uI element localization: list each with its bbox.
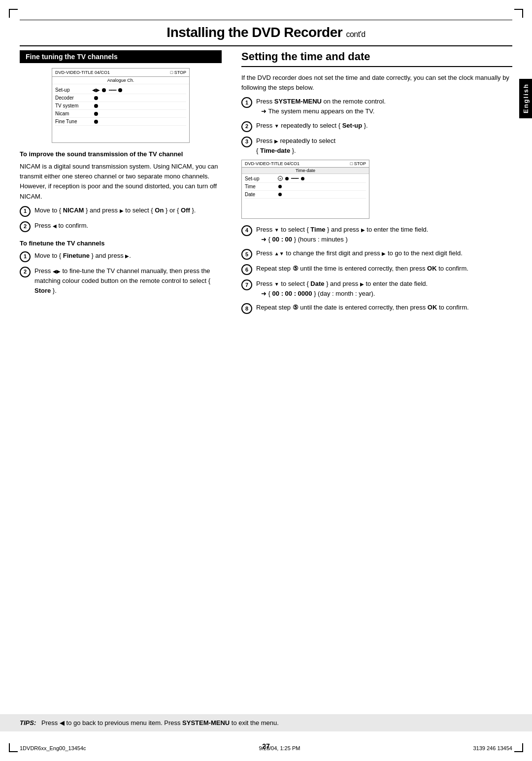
tv-row-decoder: Decoder — [55, 94, 186, 102]
arrow-down-r7 — [274, 280, 279, 287]
tv-blank-td — [245, 199, 366, 217]
step-num-r1: 1 — [241, 97, 252, 108]
tv-dot-nicam — [94, 112, 98, 116]
tv-body-left: Set-up ◀▶ ━━━ Decoder TV system Nicam — [52, 84, 189, 142]
step-num-ft-2: 2 — [20, 267, 31, 277]
tv-row-td-date: Date — [245, 191, 366, 199]
tv-dot-td-1 — [285, 177, 289, 180]
step-finetune-1: 1 Move to { Finetune } and press . — [20, 251, 222, 262]
step-num-r4: 4 — [241, 225, 252, 236]
tv-dot-finetune — [94, 120, 98, 124]
step-num-ft-1: 1 — [20, 251, 31, 262]
tv-screen-timedate: DVD-VIDEO-TITLE 04/CO1 □ STOP Time-date … — [241, 160, 369, 219]
step-text-nicam-2: Press to confirm. — [34, 221, 222, 231]
step-num-2: 2 — [20, 221, 31, 232]
step-right-6: 6 Repeat step ⑤ until the time is entere… — [241, 264, 512, 275]
tv-body-timedate: Set-up × ━━━ Time Date — [242, 174, 369, 218]
tv-dot-td-date — [278, 193, 282, 196]
analogue-row: Analogue Ch. — [52, 77, 189, 84]
tv-row-finetune: Fine Tune — [55, 118, 186, 126]
corner-mark-bl — [9, 743, 18, 752]
tv-row-td-time: Time — [245, 183, 366, 191]
arrow-down-r5 — [279, 249, 284, 257]
tv-dot-td-time — [278, 185, 282, 188]
tv-row-setup: Set-up ◀▶ ━━━ — [55, 86, 186, 94]
step-right-4: 4 Press to select { Time } and press to … — [241, 225, 512, 244]
step-text-r7: Press to select { Date } and press to en… — [256, 279, 512, 299]
tv-row-nicam: Nicam — [55, 110, 186, 118]
tv-header-td: DVD-VIDEO-TITLE 04/CO1 □ STOP — [242, 160, 369, 168]
tips-label: TIPS: — [20, 719, 36, 726]
tv-screen-left: DVD-VIDEO-TITLE 04/CO1 □ STOP Analogue C… — [52, 68, 190, 143]
arrow-down-r4 — [274, 226, 279, 233]
tv-dot-td-2 — [301, 177, 304, 180]
corner-mark-br — [514, 743, 523, 752]
tv-dot-2 — [118, 88, 122, 92]
step-right-8: 8 Repeat step ⑤ until the date is entere… — [241, 303, 512, 314]
arrow-right-ft-icon — [125, 252, 129, 259]
step-right-5: 5 Press to change the first digit and pr… — [241, 248, 512, 260]
arrow-time-field: ➜ { 00 : 00 } (hours : minutes ) — [256, 235, 512, 244]
tv-dot-tvsystem — [94, 104, 98, 108]
tv-row-tvsystem: TV system — [55, 102, 186, 110]
intro-text: If the DVD recorder does not set the tim… — [241, 73, 512, 93]
english-sidebar: English — [519, 79, 532, 118]
arrow-left-ft-icon — [53, 267, 57, 275]
tv-dot-decoder — [94, 96, 98, 100]
step-text-r1: Press SYSTEM-MENU on the remote control.… — [256, 97, 512, 116]
page-title: Installing the DVD Recorder cont'd — [0, 0, 532, 45]
left-column: Fine tuning the TV channels DVD-VIDEO-TI… — [20, 50, 236, 318]
step-num-r5: 5 — [241, 249, 252, 260]
subsection1-body: NICAM is a digital sound transmission sy… — [20, 162, 222, 202]
tv-dot — [102, 88, 106, 92]
tips-bar: TIPS: Press ◀ to go back to previous men… — [0, 714, 532, 731]
step-finetune-2: 2 Press to fine-tune the TV channel manu… — [20, 266, 222, 296]
step-text-r3: Press repeatedly to select{ Time-date }. — [256, 136, 512, 156]
right-column: Setting the time and date If the DVD rec… — [236, 50, 512, 318]
arrow-right-r5 — [382, 249, 386, 257]
arrow-system-menu: ➜ The system menu appears on the TV. — [256, 106, 512, 116]
step-text-ft-2: Press to fine-tune the TV channel manual… — [34, 266, 222, 296]
arrow-date-field: ➜ { 00 : 00 : 0000 } (day : month : year… — [256, 289, 512, 299]
page-number: 27 — [262, 742, 270, 750]
arrow-right-ft2-icon — [57, 267, 61, 275]
step-text-ft-1: Move to { Finetune } and press . — [34, 251, 222, 261]
step-num-r7: 7 — [241, 279, 252, 290]
step-num-r2: 2 — [241, 121, 252, 132]
step-num-r6: 6 — [241, 264, 252, 275]
tv-header-left: DVD-VIDEO-TITLE 04/CO1 □ STOP — [52, 69, 189, 77]
tv-title-timedate: Time-date — [242, 168, 369, 174]
step-num-1: 1 — [20, 206, 31, 217]
arrow-left-icon — [53, 222, 57, 229]
step-num-r8: 8 — [241, 303, 252, 314]
step-text-r8: Repeat step ⑤ until the date is entered … — [256, 303, 512, 312]
arrow-up-r5 — [274, 249, 279, 257]
arrow-right-icon-r3 — [274, 137, 278, 144]
footer-left: 1DVDR6xx_Eng00_13454c — [20, 745, 86, 751]
fine-tuning-header: Fine tuning the TV channels — [20, 50, 222, 63]
tv-row-td-setup: Set-up × ━━━ — [245, 175, 366, 183]
step-right-3: 3 Press repeatedly to select{ Time-date … — [241, 136, 512, 156]
tv-blank — [55, 126, 186, 140]
arrow-right-icon — [120, 207, 124, 214]
top-rule — [20, 20, 512, 20]
setting-time-date-title: Setting the time and date — [241, 50, 512, 67]
step-nicam-2: 2 Press to confirm. — [20, 221, 222, 232]
step-right-7: 7 Press to select { Date } and press to … — [241, 279, 512, 299]
arrow-right-r7 — [360, 280, 364, 287]
step-num-r3: 3 — [241, 137, 252, 147]
step-text-r5: Press to change the first digit and pres… — [256, 248, 512, 258]
step-text-r2: Press repeatedly to select { Set-up }. — [256, 121, 512, 131]
corner-mark-tr — [514, 9, 523, 18]
arrow-down-icon-r2 — [274, 122, 279, 129]
corner-mark-tl — [9, 9, 18, 18]
step-text-r6: Repeat step ⑤ until the time is entered … — [256, 264, 512, 274]
main-content: Fine tuning the TV channels DVD-VIDEO-TI… — [0, 50, 532, 318]
step-text-r4: Press to select { Time } and press to en… — [256, 225, 512, 244]
subsection2-title: To finetune the TV channels — [20, 239, 222, 248]
tv-circle: × — [278, 176, 283, 181]
subsection1-title: To improve the sound transmission of the… — [20, 150, 222, 159]
step-text-nicam-1: Move to { NICAM } and press to select { … — [34, 206, 222, 215]
arrow-right-r4 — [361, 226, 365, 233]
step-right-2: 2 Press repeatedly to select { Set-up }. — [241, 121, 512, 132]
